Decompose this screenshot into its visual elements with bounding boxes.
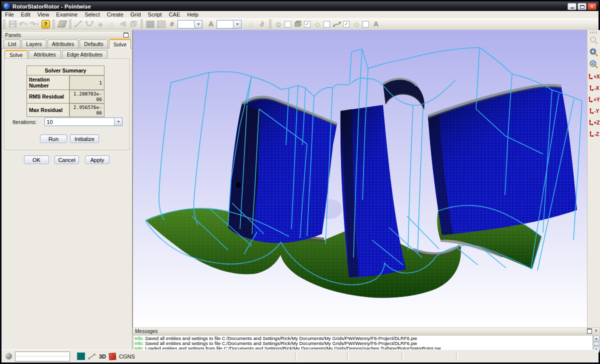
menu-grid[interactable]: Grid bbox=[127, 12, 144, 18]
toolbar-grip[interactable] bbox=[69, 20, 72, 28]
mask-database-checkbox[interactable] bbox=[284, 21, 291, 28]
subtab-attributes[interactable]: Attributes bbox=[28, 50, 60, 58]
create-domain-structured-button[interactable]: ◆ bbox=[95, 19, 106, 29]
messages-log[interactable]: Info: Saved all entities and settings to… bbox=[133, 335, 600, 350]
create-block-button[interactable] bbox=[128, 19, 139, 29]
selected-point-marker[interactable] bbox=[236, 182, 241, 188]
title-bar[interactable]: RotorStatorRotor - Pointwise × bbox=[2, 2, 598, 11]
messages-caption-bar[interactable]: Messages × bbox=[132, 328, 600, 334]
mask-connector-checkbox[interactable]: ✓ bbox=[343, 21, 350, 28]
zoom-actual-size-button[interactable] bbox=[588, 59, 600, 70]
redo-button[interactable]: ↷ bbox=[29, 19, 40, 29]
redo-dropdown-icon bbox=[36, 24, 39, 25]
solve-subtabs: Solve Attributes Edge Attributes bbox=[4, 50, 108, 58]
menu-help[interactable]: Help bbox=[184, 12, 202, 18]
scroll-up-icon[interactable]: ▲ bbox=[594, 336, 600, 342]
tab-layers[interactable]: Layers bbox=[22, 40, 46, 48]
grid-mode-icon[interactable] bbox=[77, 352, 85, 360]
restore-button[interactable] bbox=[578, 3, 586, 10]
dimension-button[interactable]: # bbox=[166, 19, 178, 29]
derivative-button[interactable]: ∂ bbox=[256, 19, 268, 29]
cancel-button[interactable]: Cancel bbox=[54, 156, 79, 164]
toolbar-grip[interactable] bbox=[590, 32, 598, 34]
iterations-combo-arrow[interactable] bbox=[114, 118, 122, 126]
mask-block-button[interactable] bbox=[292, 19, 304, 29]
grid-structured-button[interactable] bbox=[144, 19, 156, 29]
zoom-to-fit-button[interactable] bbox=[588, 47, 600, 58]
display-viewport[interactable] bbox=[132, 30, 587, 328]
mask-database-button[interactable]: ☺ bbox=[273, 19, 284, 29]
tab-solve[interactable]: Solve bbox=[109, 39, 131, 48]
minimize-button[interactable] bbox=[568, 3, 576, 10]
view-plus-z-button[interactable]: +Z bbox=[588, 118, 600, 128]
ok-button[interactable]: OK bbox=[24, 156, 49, 164]
solver-name-label: CGNS bbox=[119, 354, 135, 360]
view-minus-y-button[interactable]: -Y bbox=[588, 106, 600, 116]
menu-examine[interactable]: Examine bbox=[52, 12, 81, 18]
axis-label: -Y bbox=[594, 108, 600, 114]
mask-block-checkbox[interactable]: ✓ bbox=[304, 21, 310, 28]
tab-defaults[interactable]: Defaults bbox=[80, 40, 108, 48]
view-plus-x-button[interactable]: +X bbox=[588, 72, 600, 82]
panels-caption-bar[interactable]: Panels bbox=[2, 31, 131, 38]
menu-create[interactable]: Create bbox=[104, 12, 127, 18]
spacing-combo[interactable] bbox=[216, 20, 242, 28]
spacing-button[interactable]: A bbox=[206, 19, 216, 29]
mask-point-button[interactable]: A bbox=[370, 19, 382, 29]
help-button[interactable]: ? bbox=[40, 19, 51, 29]
solve-tool-button[interactable]: ◇ bbox=[246, 19, 256, 29]
mask-spacing-checkbox[interactable] bbox=[362, 21, 369, 28]
mask-domain-checkbox[interactable] bbox=[324, 21, 330, 28]
run-button[interactable]: Run bbox=[40, 134, 67, 143]
main-toolbar: ↶ ↷ ? ◆ ◇ # bbox=[2, 18, 598, 30]
messages-scrollbar[interactable]: ▲ ▼ bbox=[592, 335, 600, 350]
apply-button[interactable]: Apply bbox=[85, 156, 110, 164]
statusbar-divider bbox=[295, 352, 297, 361]
view-toolbar: +X -X +Y -Y +Z -Z bbox=[587, 30, 600, 328]
messages-float-icon[interactable] bbox=[587, 328, 592, 334]
layer-stack-button[interactable] bbox=[56, 19, 68, 29]
zoom-button[interactable] bbox=[588, 35, 600, 46]
create-curve-button[interactable] bbox=[84, 19, 95, 29]
scroll-thumb[interactable] bbox=[594, 342, 600, 346]
save-button[interactable] bbox=[7, 19, 18, 29]
undo-button[interactable]: ↶ bbox=[18, 19, 29, 29]
redo-icon: ↷ bbox=[30, 20, 36, 28]
menu-cae[interactable]: CAE bbox=[166, 12, 184, 18]
view-minus-x-button[interactable]: -X bbox=[588, 83, 600, 93]
view-minus-z-button[interactable]: -Z bbox=[588, 129, 600, 139]
tab-list[interactable]: List bbox=[4, 40, 20, 48]
iterations-combo[interactable]: 10 bbox=[44, 118, 122, 126]
domain-structured-icon: ◆ bbox=[98, 21, 103, 28]
create-connector-button[interactable] bbox=[73, 19, 84, 29]
create-domain-unstructured-button[interactable]: ◇ bbox=[106, 19, 117, 29]
statusbar-divider bbox=[402, 352, 404, 361]
messages-close-icon[interactable]: × bbox=[594, 328, 598, 334]
axis-icon bbox=[588, 120, 594, 126]
grid-unstructured-button[interactable] bbox=[156, 19, 166, 29]
create-extrusion-button[interactable] bbox=[117, 19, 128, 29]
axis-icon bbox=[589, 108, 594, 114]
toolbar-grip[interactable] bbox=[140, 20, 143, 28]
mask-connector-button[interactable] bbox=[332, 19, 342, 29]
menu-select[interactable]: Select bbox=[81, 12, 104, 18]
mask-spacing-button[interactable]: ◇ bbox=[351, 19, 362, 29]
dimension-combo-arrow[interactable] bbox=[194, 20, 202, 28]
mask-domain-button[interactable]: ◇ bbox=[312, 19, 323, 29]
spacing-combo-arrow[interactable] bbox=[233, 20, 241, 28]
menu-file[interactable]: File bbox=[2, 12, 18, 18]
menu-view[interactable]: View bbox=[34, 12, 53, 18]
menu-script[interactable]: Script bbox=[144, 12, 166, 18]
view-plus-y-button[interactable]: +Y bbox=[588, 94, 600, 104]
toolbar-grip[interactable] bbox=[3, 20, 6, 28]
panels-float-icon[interactable] bbox=[124, 32, 128, 38]
subtab-solve[interactable]: Solve bbox=[4, 50, 28, 59]
subtab-edge-attributes[interactable]: Edge Attributes bbox=[62, 50, 108, 58]
dimension-combo[interactable] bbox=[178, 20, 202, 28]
toolbar-grip[interactable] bbox=[269, 20, 272, 28]
toolbar-grip[interactable] bbox=[52, 20, 55, 28]
close-button[interactable]: × bbox=[588, 3, 596, 10]
initialize-button[interactable]: Initialize bbox=[70, 134, 99, 143]
tab-attributes[interactable]: Attributes bbox=[48, 40, 78, 48]
menu-edit[interactable]: Edit bbox=[18, 12, 34, 18]
